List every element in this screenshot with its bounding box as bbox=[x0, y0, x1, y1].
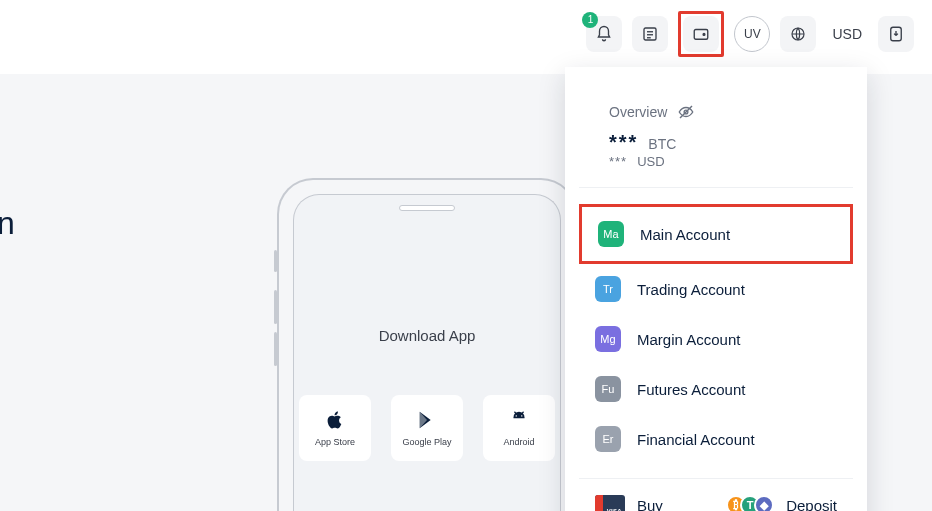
wallet-icon bbox=[692, 25, 710, 43]
account-main[interactable]: Ma Main Account bbox=[582, 207, 850, 261]
account-trading[interactable]: Tr Trading Account bbox=[565, 264, 867, 314]
android-button[interactable]: Android bbox=[483, 395, 555, 461]
language-button[interactable] bbox=[780, 16, 816, 52]
account-margin[interactable]: Mg Margin Account bbox=[565, 314, 867, 364]
balance-secondary-masked: *** bbox=[609, 154, 627, 169]
account-badge: Mg bbox=[595, 326, 621, 352]
avatar-button[interactable]: UV bbox=[734, 16, 770, 52]
account-label: Trading Account bbox=[637, 281, 745, 298]
svg-point-5 bbox=[704, 33, 706, 35]
store-label: Google Play bbox=[402, 437, 451, 447]
svg-line-11 bbox=[522, 412, 524, 414]
google-play-icon bbox=[416, 409, 438, 431]
account-badge: Tr bbox=[595, 276, 621, 302]
balance-masked: *** bbox=[609, 131, 638, 154]
google-play-button[interactable]: Google Play bbox=[391, 395, 463, 461]
apple-icon bbox=[324, 409, 346, 431]
visa-card-icon: VISA bbox=[595, 495, 625, 511]
buy-label: Buy bbox=[637, 497, 663, 512]
crypto-coins-icon: ₿ T ◆ bbox=[726, 495, 774, 511]
hero-text-fragment: in bbox=[0, 205, 15, 242]
notifications-button[interactable]: 1 bbox=[586, 16, 622, 52]
deposit-label: Deposit bbox=[786, 497, 837, 512]
globe-icon bbox=[789, 25, 807, 43]
svg-rect-4 bbox=[695, 29, 709, 39]
store-label: App Store bbox=[315, 437, 355, 447]
deposit-button[interactable]: ₿ T ◆ Deposit bbox=[726, 495, 837, 511]
download-button[interactable] bbox=[878, 16, 914, 52]
account-label: Margin Account bbox=[637, 331, 740, 348]
android-icon bbox=[508, 409, 530, 431]
bell-icon bbox=[595, 25, 613, 43]
account-financial[interactable]: Er Financial Account bbox=[565, 414, 867, 464]
account-badge: Er bbox=[595, 426, 621, 452]
main-account-highlight: Ma Main Account bbox=[579, 204, 853, 264]
svg-point-9 bbox=[521, 415, 522, 416]
wallet-button[interactable] bbox=[683, 16, 719, 52]
account-badge: Ma bbox=[598, 221, 624, 247]
currency-selector[interactable]: USD bbox=[826, 26, 868, 42]
balance-ccy: BTC bbox=[648, 136, 676, 152]
phone-mockup: Download App App Store Google Play Andro… bbox=[277, 178, 577, 511]
account-futures[interactable]: Fu Futures Account bbox=[565, 364, 867, 414]
download-app-title: Download App bbox=[294, 327, 560, 344]
wallet-dropdown-panel: Overview *** BTC *** USD Ma Main Account… bbox=[565, 67, 867, 511]
orders-button[interactable] bbox=[632, 16, 668, 52]
topbar: 1 UV USD bbox=[0, 0, 932, 67]
overview-section: Overview *** BTC *** USD bbox=[579, 103, 853, 188]
buy-button[interactable]: VISA Buy bbox=[595, 495, 663, 511]
overview-label: Overview bbox=[609, 104, 667, 120]
account-badge: Fu bbox=[595, 376, 621, 402]
svg-line-10 bbox=[514, 412, 516, 414]
account-label: Main Account bbox=[640, 226, 730, 243]
account-label: Financial Account bbox=[637, 431, 755, 448]
wallet-button-highlight bbox=[678, 11, 724, 57]
notification-badge: 1 bbox=[582, 12, 598, 28]
balance-secondary-ccy: USD bbox=[637, 154, 664, 169]
download-icon bbox=[887, 25, 905, 43]
eye-off-icon[interactable] bbox=[677, 103, 695, 121]
avatar-initials: UV bbox=[744, 27, 761, 41]
store-label: Android bbox=[503, 437, 534, 447]
account-label: Futures Account bbox=[637, 381, 745, 398]
app-store-button[interactable]: App Store bbox=[299, 395, 371, 461]
svg-point-8 bbox=[516, 415, 517, 416]
list-icon bbox=[641, 25, 659, 43]
